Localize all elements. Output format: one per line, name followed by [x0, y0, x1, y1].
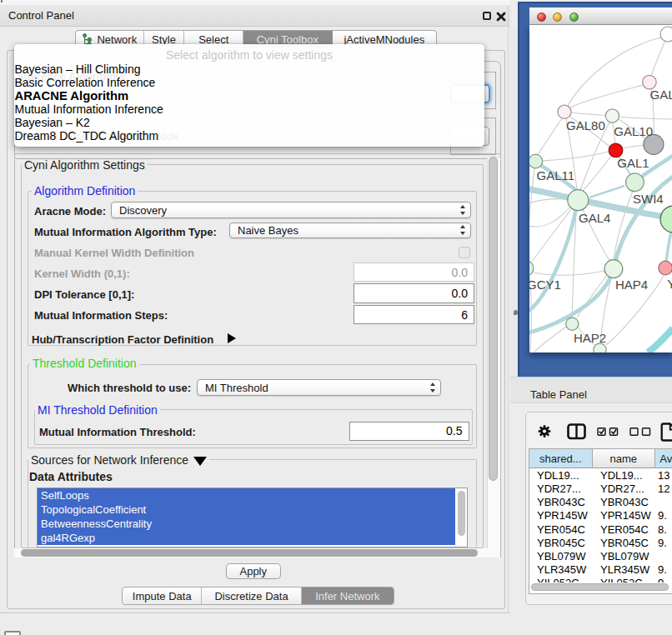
- svg-text:HAP4: HAP4: [615, 278, 648, 292]
- svg-text:GAL80: GAL80: [566, 118, 605, 132]
- svg-text:GCY1: GCY1: [529, 278, 561, 292]
- svg-text:YJ: YJ: [667, 277, 672, 291]
- svg-text:GAL11: GAL11: [537, 168, 575, 182]
- svg-text:SWI4: SWI4: [633, 192, 664, 206]
- svg-text:HAP2: HAP2: [574, 331, 606, 345]
- svg-text:GAL4: GAL4: [579, 211, 610, 225]
- svg-text:GAL10: GAL10: [614, 124, 653, 138]
- svg-text:GAL7: GAL7: [650, 88, 672, 102]
- svg-text:GAL1: GAL1: [617, 156, 649, 170]
